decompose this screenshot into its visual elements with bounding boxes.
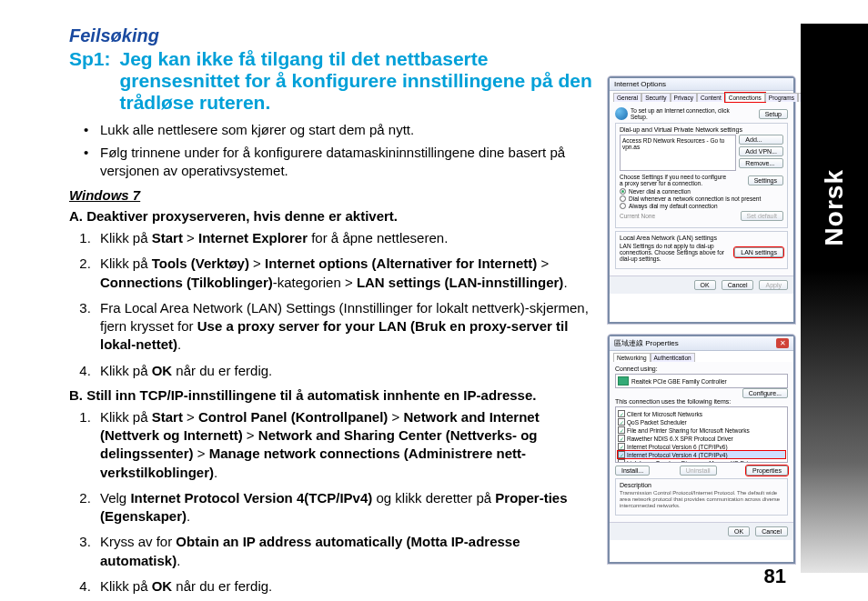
description-fieldset: Description Transmission Control Protoco… bbox=[615, 478, 788, 516]
checkbox-icon: ✓ bbox=[618, 451, 625, 458]
tab-networking[interactable]: Networking bbox=[613, 353, 651, 362]
description-label: Description bbox=[620, 482, 783, 488]
step-b2: Velg Internet Protocol Version 4(TCP/IPv… bbox=[95, 489, 599, 526]
heading-troubleshooting: Feilsøking bbox=[69, 25, 599, 46]
settings-button[interactable]: Settings bbox=[748, 175, 783, 185]
dialog-title: Internet Options bbox=[614, 80, 666, 88]
step-b1: Klikk på Start > Control Panel (Kontroll… bbox=[95, 408, 599, 482]
list-item[interactable]: ✓Internet Protocol Version 6 (TCP/IPv6) bbox=[618, 443, 785, 450]
current-line: Current None bbox=[620, 213, 655, 219]
add-vpn-button[interactable]: Add VPN... bbox=[739, 146, 783, 156]
dialup-list[interactable]: Access RD Network Resources - Go to vpn.… bbox=[620, 135, 736, 171]
cancel-button[interactable]: Cancel bbox=[755, 526, 788, 536]
setup-row: To set up an Internet connection, click … bbox=[615, 107, 788, 120]
radio-icon bbox=[620, 188, 626, 195]
dialog-titlebar: 區域連線 Properties ✕ bbox=[610, 336, 793, 351]
description-text: Transmission Control Protocol/Internet P… bbox=[620, 490, 783, 510]
checkbox-icon: ✓ bbox=[618, 443, 625, 450]
step-a1: Klikk på Start > Internet Explorer for å… bbox=[95, 229, 599, 247]
lan-fieldset: Local Area Network (LAN) settings LAN Se… bbox=[615, 231, 788, 269]
step-b4: Klikk på OK når du er ferdig. bbox=[95, 577, 599, 596]
language-tab: Norsk bbox=[801, 24, 868, 573]
steps-b: Klikk på Start > Control Panel (Kontroll… bbox=[78, 408, 599, 596]
items-list[interactable]: ✓Client for Microsoft Networks ✓QoS Pack… bbox=[615, 406, 788, 463]
sp1-text: Jeg kan ikke få tilgang til det nettbase… bbox=[120, 48, 599, 114]
remove-button[interactable]: Remove... bbox=[739, 158, 783, 168]
dialog-buttons: OK Cancel bbox=[610, 522, 793, 540]
radio-dial-when[interactable]: Dial whenever a network connection is no… bbox=[620, 195, 783, 202]
checkbox-icon: ✓ bbox=[618, 410, 625, 417]
tab-authentication[interactable]: Authentication bbox=[651, 353, 695, 362]
intro-bullets: Lukk alle nettlesere som kjører og start… bbox=[69, 121, 599, 180]
list-item[interactable]: ✓QoS Packet Scheduler bbox=[618, 418, 785, 426]
lan-legend: Local Area Network (LAN) settings bbox=[620, 235, 783, 241]
items-label: This connection uses the following items… bbox=[615, 398, 788, 405]
set-default-button[interactable]: Set default bbox=[741, 211, 783, 221]
screenshot-column: Internet Options General Security Privac… bbox=[608, 0, 795, 601]
adapter-name: Realtek PCIe GBE Family Controller bbox=[631, 378, 727, 385]
dialup-legend: Dial-up and Virtual Private Network sett… bbox=[620, 126, 783, 133]
connection-properties-dialog: 區域連線 Properties ✕ Networking Authenticat… bbox=[608, 335, 795, 564]
language-label: Norsk bbox=[820, 169, 849, 245]
install-button[interactable]: Install... bbox=[615, 466, 650, 476]
dialog-tabs: Networking Authentication bbox=[610, 351, 793, 362]
dialog-body: Connect using: Realtek PCIe GBE Family C… bbox=[610, 362, 793, 522]
list-item[interactable]: ✓File and Printer Sharing for Microsoft … bbox=[618, 426, 785, 434]
list-item[interactable]: ✓Rawether NDIS 6.X SPR Protocol Driver bbox=[618, 435, 785, 442]
uninstall-button[interactable]: Uninstall bbox=[680, 466, 717, 476]
page-number: 81 bbox=[764, 565, 786, 588]
section-b-heading: B. Still inn TCP/IP-innstillingene til å… bbox=[69, 387, 599, 403]
radio-icon bbox=[620, 195, 626, 202]
cancel-button[interactable]: Cancel bbox=[722, 280, 754, 290]
list-item[interactable]: ✓Link-Layer Topology Discovery Mapper I/… bbox=[618, 459, 785, 463]
adapter-field: Realtek PCIe GBE Family Controller bbox=[615, 374, 788, 388]
ok-button[interactable]: OK bbox=[694, 280, 716, 290]
bullet-item: Følg trinnene under for å konfigurere da… bbox=[84, 144, 599, 181]
steps-a: Klikk på Start > Internet Explorer for å… bbox=[78, 229, 599, 380]
properties-button[interactable]: Properties bbox=[746, 466, 788, 476]
checkbox-icon: ✓ bbox=[618, 418, 625, 426]
step-a3: Fra Local Area Network (LAN) Settings (I… bbox=[95, 299, 599, 355]
step-b3: Kryss av for Obtain an IP address automa… bbox=[95, 533, 599, 570]
dialog-tabs: General Security Privacy Content Connect… bbox=[610, 91, 793, 102]
tab-programs[interactable]: Programs bbox=[765, 93, 798, 102]
nic-icon bbox=[618, 376, 629, 386]
dialup-item: Access RD Network Resources - Go to vpn.… bbox=[622, 137, 724, 150]
tab-general[interactable]: General bbox=[613, 93, 641, 102]
radio-icon bbox=[620, 203, 626, 209]
dialup-fieldset: Dial-up and Virtual Private Network sett… bbox=[615, 123, 788, 228]
tab-connections[interactable]: Connections bbox=[725, 93, 765, 102]
radio-never-dial[interactable]: Never dial a connection bbox=[620, 188, 783, 195]
setup-text: To set up an Internet connection, click … bbox=[631, 107, 731, 120]
configure-button[interactable]: Configure... bbox=[742, 388, 788, 398]
bullet-item: Lukk alle nettlesere som kjører og start… bbox=[84, 121, 599, 139]
list-item-ipv4[interactable]: ✓Internet Protocol Version 4 (TCP/IPv4) bbox=[618, 451, 785, 458]
question-block: Sp1: Jeg kan ikke få tilgang til det net… bbox=[69, 48, 599, 114]
section-a-heading: A. Deaktiver proxyserveren, hvis denne e… bbox=[69, 208, 599, 224]
lan-settings-button[interactable]: LAN settings bbox=[734, 247, 783, 257]
setup-button[interactable]: Setup bbox=[759, 109, 788, 119]
dialog-title: 區域連線 Properties bbox=[614, 338, 679, 348]
list-item[interactable]: ✓Client for Microsoft Networks bbox=[618, 410, 785, 417]
internet-options-dialog: Internet Options General Security Privac… bbox=[608, 76, 795, 324]
proxy-text: Choose Settings if you need to configure… bbox=[620, 174, 729, 186]
connect-using-label: Connect using: bbox=[615, 366, 788, 372]
lan-line: LAN Settings do not apply to dial-up con… bbox=[620, 243, 729, 262]
step-a4: Klikk på OK når du er ferdig. bbox=[95, 362, 599, 380]
radio-always-dial[interactable]: Always dial my default connection bbox=[620, 203, 783, 209]
ok-button[interactable]: OK bbox=[728, 526, 750, 536]
dialog-titlebar: Internet Options bbox=[610, 78, 793, 91]
step-a2: Klikk på Tools (Verktøy) > Internet opti… bbox=[95, 255, 599, 292]
add-button[interactable]: Add... bbox=[739, 135, 783, 145]
close-icon[interactable]: ✕ bbox=[776, 338, 789, 348]
apply-button[interactable]: Apply bbox=[759, 280, 788, 290]
dialog-body: To set up an Internet connection, click … bbox=[610, 102, 793, 275]
tab-security[interactable]: Security bbox=[641, 93, 670, 102]
dialog-buttons: OK Cancel Apply bbox=[610, 275, 793, 294]
tab-content[interactable]: Content bbox=[697, 93, 725, 102]
checkbox-icon: ✓ bbox=[618, 426, 625, 434]
tab-privacy[interactable]: Privacy bbox=[671, 93, 697, 102]
globe-icon bbox=[615, 107, 628, 120]
page: Feilsøking Sp1: Jeg kan ikke få tilgang … bbox=[0, 0, 868, 601]
windows7-heading: Windows 7 bbox=[69, 187, 599, 203]
